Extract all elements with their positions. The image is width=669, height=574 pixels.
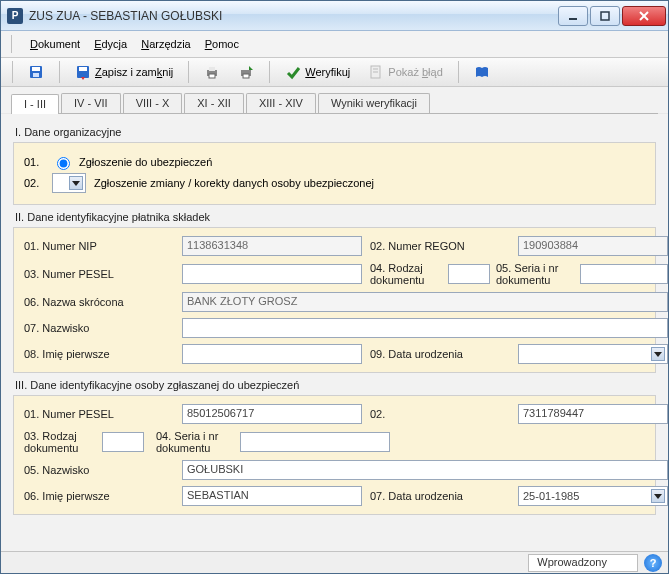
chevron-down-icon <box>651 347 665 361</box>
svg-marker-14 <box>249 66 253 70</box>
lbl-seria-dok: 05. Seria i nr dokumentu <box>496 262 574 286</box>
field-data2[interactable] <box>518 344 668 364</box>
svg-rect-1 <box>601 12 609 20</box>
row2-num: 02. <box>24 177 52 189</box>
app-icon: P <box>7 8 23 24</box>
content-area: I. Dane organizacyjne 01. Zgłoszenie do … <box>1 114 668 551</box>
titlebar: P ZUS ZUA - SEBASTIAN GOŁUBSKI <box>1 1 668 31</box>
field-seria-dok[interactable] <box>580 264 668 284</box>
svg-rect-11 <box>209 67 215 71</box>
book-icon <box>474 64 490 80</box>
statusbar: Wprowadzony ? <box>1 551 668 573</box>
field3-seria[interactable] <box>240 432 390 452</box>
svg-rect-0 <box>569 18 577 20</box>
lbl3-seria: 04. Seria i nr dokumentu <box>156 430 234 454</box>
app-window: P ZUS ZUA - SEBASTIAN GOŁUBSKI Dokument … <box>0 0 669 574</box>
floppy-arrow-icon <box>75 64 91 80</box>
chevron-down-icon <box>651 489 665 503</box>
section3-title: III. Dane identyfikacyjne osoby zgłaszan… <box>15 379 656 391</box>
lbl3-nazwisko: 05. Nazwisko <box>24 464 174 476</box>
lbl3-rodzaj: 03. Rodzaj dokumentu <box>24 430 96 454</box>
tabs-row: I - III IV - VII VIII - X XI - XII XIII … <box>1 87 668 113</box>
field-imie2[interactable] <box>182 344 362 364</box>
section1-panel: 01. Zgłoszenie do ubezpieczeń 02. Zgłosz… <box>13 142 656 205</box>
menubar: Dokument Edycja Narzędzia Pomoc <box>1 31 668 58</box>
field-nazwisko2[interactable] <box>182 318 668 338</box>
lbl3-data: 07. Data urodzenia <box>370 490 510 502</box>
toolbar-grip <box>12 61 13 83</box>
svg-marker-9 <box>81 77 85 80</box>
chevron-down-icon <box>69 176 83 190</box>
field-regon[interactable]: 190903884 <box>518 236 668 256</box>
svg-rect-6 <box>33 73 39 77</box>
lbl-rodzaj-dok: 04. Rodzaj dokumentu <box>370 262 442 286</box>
tab-1-3[interactable]: I - III <box>11 94 59 114</box>
menu-narzedzia[interactable]: Narzędzia <box>141 38 191 50</box>
print-preview-button[interactable] <box>232 61 260 83</box>
field3-imie[interactable]: SEBASTIAN <box>182 486 362 506</box>
show-error-button[interactable]: Pokaż błąd <box>362 61 448 83</box>
close-button[interactable] <box>622 6 666 26</box>
toolbar: Zapisz i zamknij Weryfikuj Pokaż błąd <box>1 58 668 87</box>
window-title: ZUS ZUA - SEBASTIAN GOŁUBSKI <box>29 9 558 23</box>
document-icon <box>368 64 384 80</box>
section2-title: II. Dane identyfikacyjne płatnika składe… <box>15 211 656 223</box>
field3-02[interactable]: 7311789447 <box>518 404 668 424</box>
status-state: Wprowadzony <box>528 554 638 572</box>
tab-13-14[interactable]: XIII - XIV <box>246 93 316 113</box>
row1-num: 01. <box>24 156 52 168</box>
row2-select[interactable] <box>52 173 86 193</box>
help-icon: ? <box>650 557 657 569</box>
field3-pesel[interactable]: 85012506717 <box>182 404 362 424</box>
svg-rect-12 <box>209 74 215 78</box>
row2-label: Zgłoszenie zmiany / korekty danych osoby… <box>94 177 374 189</box>
section1-title: I. Dane organizacyjne <box>15 126 656 138</box>
svg-rect-8 <box>79 67 87 71</box>
lbl-imie2: 08. Imię pierwsze <box>24 348 174 360</box>
menu-edycja[interactable]: Edycja <box>94 38 127 50</box>
lbl-nazwisko2: 07. Nazwisko <box>24 322 174 334</box>
menubar-grip <box>11 35 12 53</box>
lbl3-02: 02. <box>370 408 510 420</box>
radio-zgloszenie-label: Zgłoszenie do ubezpieczeń <box>79 156 212 168</box>
lbl-data2: 09. Data urodzenia <box>370 348 510 360</box>
section2-panel: 01. Numer NIP 1138631348 02. Numer REGON… <box>13 227 656 373</box>
minimize-icon <box>568 11 578 21</box>
maximize-button[interactable] <box>590 6 620 26</box>
window-buttons <box>558 6 666 26</box>
save-button[interactable] <box>22 61 50 83</box>
menu-pomoc[interactable]: Pomoc <box>205 38 239 50</box>
field3-rodzaj[interactable] <box>102 432 144 452</box>
field-rodzaj-dok[interactable] <box>448 264 490 284</box>
tab-4-7[interactable]: IV - VII <box>61 93 121 113</box>
lbl-nip: 01. Numer NIP <box>24 240 174 252</box>
verify-button[interactable]: Weryfikuj <box>279 61 356 83</box>
lbl3-imie: 06. Imię pierwsze <box>24 490 174 502</box>
svg-rect-5 <box>32 67 40 71</box>
check-icon <box>285 64 301 80</box>
tab-8-10[interactable]: VIII - X <box>123 93 183 113</box>
help-book-button[interactable] <box>468 61 496 83</box>
menu-dokument[interactable]: Dokument <box>30 38 80 50</box>
minimize-button[interactable] <box>558 6 588 26</box>
maximize-icon <box>600 11 610 21</box>
field3-nazwisko[interactable]: GOŁUBSKI <box>182 460 668 480</box>
svg-rect-15 <box>243 74 249 78</box>
field3-data[interactable]: 25-01-1985 <box>518 486 668 506</box>
lbl-nazwa: 06. Nazwa skrócona <box>24 296 174 308</box>
tab-results[interactable]: Wyniki weryfikacji <box>318 93 430 113</box>
lbl-regon: 02. Numer REGON <box>370 240 510 252</box>
radio-zgloszenie[interactable]: Zgłoszenie do ubezpieczeń <box>52 154 212 170</box>
field-nazwa[interactable]: BANK ZŁOTY GROSZ <box>182 292 668 312</box>
tab-11-12[interactable]: XI - XII <box>184 93 244 113</box>
save-close-button[interactable]: Zapisz i zamknij <box>69 61 179 83</box>
field-nip[interactable]: 1138631348 <box>182 236 362 256</box>
field-pesel[interactable] <box>182 264 362 284</box>
help-button[interactable]: ? <box>644 554 662 572</box>
lbl-pesel: 03. Numer PESEL <box>24 268 174 280</box>
print-button[interactable] <box>198 61 226 83</box>
printer-direct-icon <box>238 64 254 80</box>
section3-panel: 01. Numer PESEL 85012506717 02. 73117894… <box>13 395 656 515</box>
radio-zgloszenie-input[interactable] <box>57 157 70 170</box>
lbl3-pesel: 01. Numer PESEL <box>24 408 174 420</box>
